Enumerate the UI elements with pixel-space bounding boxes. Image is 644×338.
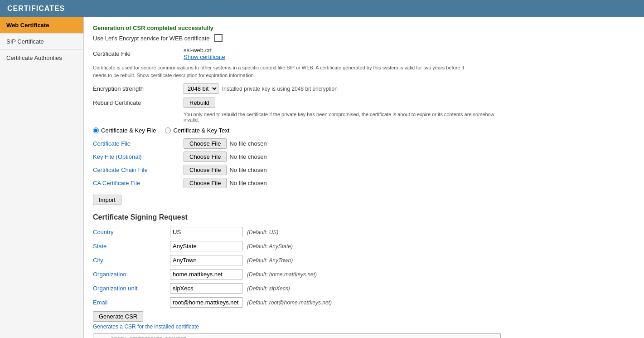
radio-option-text[interactable]: Certificate & Key Text (165, 127, 229, 134)
file-row-3: CA Certificate File Choose File No file … (93, 178, 635, 188)
file-inputs-section: Certificate File Choose File No file cho… (93, 138, 635, 188)
csr-country-row: Country (Default: US) (93, 227, 635, 237)
csr-city-label: City (93, 257, 170, 264)
csr-city-input[interactable] (170, 255, 242, 265)
csr-country-default: (Default: US) (247, 229, 278, 235)
header-title: CERTIFICATES (7, 5, 65, 12)
csr-country-label: Country (93, 229, 170, 235)
csr-org-row: Organization (Default: home.mattkeys.net… (93, 269, 635, 279)
sidebar: Web Certificate SIP Certificate Certific… (0, 17, 84, 338)
file-label-0: Certificate File (93, 140, 184, 147)
choose-file-btn-2[interactable]: Choose File (184, 165, 227, 175)
encryption-select[interactable]: 2048 bit 1024 bit 4096 bit (184, 83, 218, 94)
csr-state-label: State (93, 243, 170, 250)
csr-email-default: (Default: root@home.mattkeys.net) (247, 299, 332, 306)
sidebar-item-sip-certificate[interactable]: SIP Certificate (0, 34, 83, 50)
csr-orgunit-default: (Default: sipXecs) (247, 285, 290, 292)
generate-note: Generates a CSR for the installed certif… (93, 323, 635, 330)
choose-file-btn-0[interactable]: Choose File (184, 138, 227, 149)
csr-country-input[interactable] (170, 227, 242, 237)
rebuild-button[interactable]: Rebuild (184, 98, 215, 108)
radio-option-file[interactable]: Certificate & Key File (93, 127, 156, 134)
csr-orgunit-row: Organization unit (Default: sipXecs) (93, 283, 635, 294)
csr-orgunit-label: Organization unit (93, 285, 170, 292)
radio-text-input[interactable] (165, 127, 171, 133)
import-button[interactable]: Import (93, 195, 121, 205)
main-content: Generation of CSR completed successfully… (84, 17, 644, 338)
csr-email-label: Email (93, 299, 170, 306)
lets-encrypt-checkbox[interactable] (214, 34, 223, 42)
radio-row: Certificate & Key File Certificate & Key… (93, 127, 635, 134)
file-label-1: Key File (Optional) (93, 153, 184, 160)
lets-encrypt-label: Use Let's Encrypt service for WEB certif… (93, 35, 210, 42)
rebuild-label: Rebuild Certificate (93, 99, 184, 106)
choose-file-btn-1[interactable]: Choose File (184, 152, 227, 162)
header: CERTIFICATES (0, 0, 644, 17)
csr-section-title: Certificate Signing Request (93, 213, 635, 221)
csr-email-row: Email (Default: root@home.mattkeys.net) (93, 297, 635, 308)
no-file-text-2: No file chosen (229, 167, 266, 173)
cert-file-name: ssl-web.crt (184, 47, 225, 54)
csr-email-input[interactable] (170, 297, 242, 308)
lets-encrypt-row: Use Let's Encrypt service for WEB certif… (93, 34, 635, 42)
file-label-3: CA Certificate File (93, 180, 184, 186)
cert-request-textarea[interactable] (93, 333, 501, 338)
csr-orgunit-input[interactable] (170, 283, 242, 294)
csr-city-default: (Default: AnyTown) (247, 257, 293, 264)
csr-org-default: (Default: home.mattkeys.net) (247, 271, 317, 278)
csr-fields: Country (Default: US) State (Default: An… (93, 227, 635, 308)
csr-state-input[interactable] (170, 241, 242, 251)
csr-org-label: Organization (93, 271, 170, 278)
encryption-note: Installed private key is using 2048 bit … (222, 86, 338, 92)
cert-info-text: Certificate is used for secure communica… (93, 64, 478, 79)
sidebar-item-certificate-authorities[interactable]: Certificate Authorities (0, 50, 83, 66)
encryption-label: Encryption strength (93, 85, 184, 92)
rebuild-note: You only need to rebuild the certificate… (184, 112, 501, 122)
csr-state-row: State (Default: AnyState) (93, 241, 635, 251)
no-file-text-0: No file chosen (229, 140, 266, 147)
radio-file-input[interactable] (93, 127, 99, 133)
cert-file-section: Certificate File ssl-web.crt Show certif… (93, 47, 635, 79)
cert-file-label: Certificate File (93, 50, 184, 57)
no-file-text-3: No file chosen (229, 180, 266, 186)
csr-org-input[interactable] (170, 269, 242, 279)
file-label-2: Certificate Chain File (93, 167, 184, 173)
choose-file-btn-3[interactable]: Choose File (184, 178, 227, 188)
rebuild-row: Rebuild Certificate Rebuild (93, 98, 635, 108)
generate-csr-button[interactable]: Generate CSR (93, 311, 143, 322)
csr-city-row: City (Default: AnyTown) (93, 255, 635, 265)
show-cert-link[interactable]: Show certificate (184, 54, 225, 60)
cert-file-row: Certificate File ssl-web.crt Show certif… (93, 47, 635, 60)
encryption-row: Encryption strength 2048 bit 1024 bit 40… (93, 83, 635, 94)
success-message: Generation of CSR completed successfully (93, 24, 635, 31)
sidebar-item-web-certificate[interactable]: Web Certificate (0, 17, 83, 34)
csr-state-default: (Default: AnyState) (247, 243, 293, 250)
file-row-0: Certificate File Choose File No file cho… (93, 138, 635, 149)
no-file-text-1: No file chosen (229, 153, 266, 160)
file-row-1: Key File (Optional) Choose File No file … (93, 152, 635, 162)
file-row-2: Certificate Chain File Choose File No fi… (93, 165, 635, 175)
